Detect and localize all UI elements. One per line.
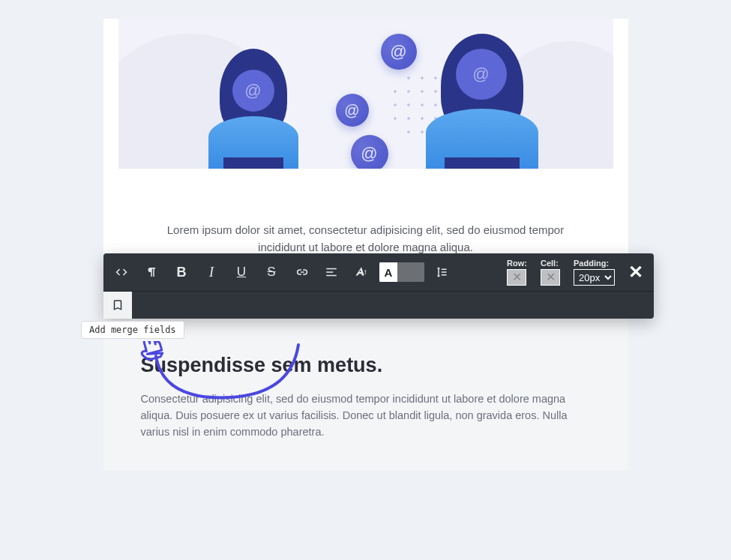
- illustration-woman-left: [201, 49, 306, 169]
- strikethrough-button[interactable]: S: [256, 257, 286, 287]
- font-size-button[interactable]: [346, 257, 376, 287]
- align-button[interactable]: [316, 257, 346, 287]
- link-button[interactable]: [286, 257, 316, 287]
- code-view-button[interactable]: [106, 257, 136, 287]
- illustration-woman-right: [418, 34, 546, 169]
- padding-select[interactable]: 20px: [574, 269, 615, 286]
- merge-fields-tooltip: Add merge fields: [81, 321, 184, 339]
- row-color-label: Row:: [507, 259, 527, 268]
- toolbar-close-button[interactable]: ✕: [621, 262, 651, 283]
- at-bubble-icon: @: [381, 34, 417, 70]
- font-color-button[interactable]: A: [379, 262, 424, 283]
- paragraph-format-button[interactable]: [136, 257, 166, 287]
- cell-color-label: Cell:: [541, 259, 559, 268]
- at-bubble-icon: @: [336, 94, 369, 127]
- row-color-picker[interactable]: [507, 269, 526, 286]
- cell-color-picker[interactable]: [541, 269, 560, 286]
- section-body[interactable]: Consectetur adipisicing elit, sed do eiu…: [141, 391, 591, 441]
- bold-button[interactable]: B: [166, 257, 196, 287]
- at-bubble-icon: @: [351, 135, 388, 169]
- underline-button[interactable]: U: [226, 257, 256, 287]
- rich-text-toolbar: B I U S A Row: Cell:: [103, 253, 654, 319]
- line-height-button[interactable]: [427, 257, 454, 287]
- section-heading[interactable]: Suspendisse sem metus.: [141, 354, 591, 377]
- italic-button[interactable]: I: [196, 257, 226, 287]
- email-canvas: @ @ @ Lorem ipsum dolor sit amet, consec…: [103, 19, 628, 471]
- content-section: Suspendisse sem metus. Consectetur adipi…: [103, 316, 628, 471]
- merge-fields-button[interactable]: [103, 292, 132, 319]
- padding-label: Padding:: [574, 259, 609, 268]
- hero-image: @ @ @: [118, 19, 613, 169]
